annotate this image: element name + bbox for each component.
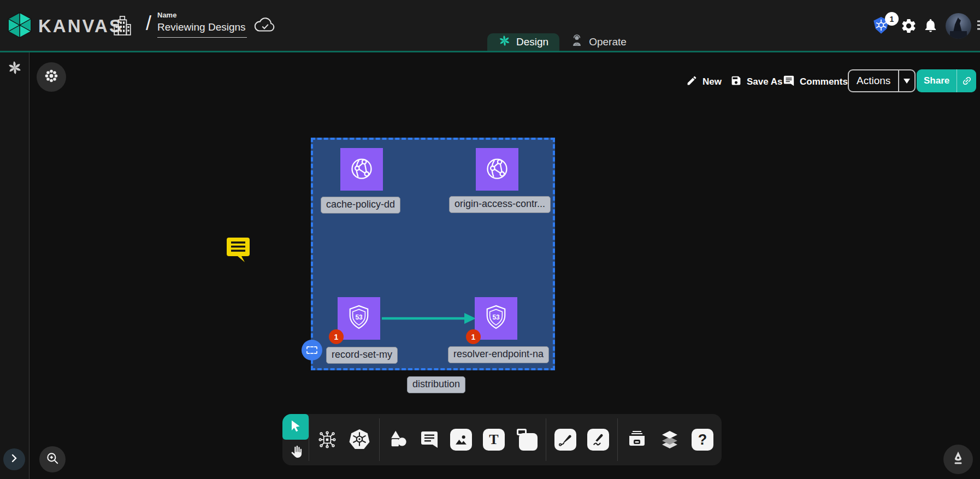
node-label-chip[interactable]: resolver-endpoint-na (448, 346, 549, 363)
route53-number: 53 (355, 314, 363, 321)
route53-number: 53 (492, 314, 500, 321)
shapes-tool[interactable] (388, 429, 409, 450)
globe-network-icon (346, 153, 377, 186)
route53-shield-icon: 53 (345, 303, 373, 334)
chevron-right-icon (10, 454, 19, 465)
user-avatar[interactable] (946, 13, 971, 39)
comments-button[interactable]: Comments (783, 72, 848, 92)
route53-shield-icon: 53 (482, 303, 510, 334)
canvas-comment-marker[interactable] (226, 236, 251, 265)
text-tool[interactable]: T (483, 429, 505, 451)
operator-person-icon (570, 34, 583, 50)
tab-operate-label: Operate (589, 36, 627, 48)
breadcrumb-separator: / (146, 12, 151, 35)
node-label-chip[interactable]: record-set-my (326, 347, 398, 364)
save-as-button-label: Save As (747, 76, 783, 87)
design-name-field: Name (157, 11, 247, 38)
share-split-button[interactable]: Share (917, 69, 976, 92)
group-label-chip[interactable]: distribution (407, 376, 465, 393)
node-label-chip[interactable]: cache-policy-dd (321, 197, 400, 214)
select-tool-active[interactable] (282, 414, 309, 440)
pencil-sketch-tool[interactable] (587, 429, 609, 451)
connection-arrow[interactable] (381, 311, 477, 328)
name-field-label: Name (157, 11, 247, 19)
tab-design-label: Design (516, 36, 548, 48)
node-record-set[interactable]: 53 (338, 297, 380, 340)
flower-gear-icon (43, 68, 60, 86)
magnifier-plus-icon (45, 451, 60, 468)
overflow-menu-icon[interactable] (976, 19, 980, 33)
comments-button-label: Comments (800, 76, 848, 87)
card-body-shape (519, 433, 538, 451)
marquee-icon (306, 346, 317, 354)
group-select-handle[interactable] (302, 340, 322, 360)
annotation-tools-group: T (380, 414, 546, 465)
zoom-in-button[interactable] (39, 446, 66, 472)
notification-count-badge[interactable]: 1 (329, 329, 344, 344)
app-header: KANVAS / Name (0, 0, 980, 52)
brand-logo[interactable]: KANVAS (8, 12, 123, 40)
sidebar-expand-button[interactable] (3, 448, 25, 470)
card-tool[interactable] (516, 429, 538, 451)
cursor-arrow-icon (288, 419, 303, 435)
speech-bubble-icon (783, 75, 795, 90)
floppy-disk-icon (730, 75, 742, 89)
pen-vector-tool[interactable] (554, 429, 576, 451)
settings-gear-icon[interactable] (900, 17, 917, 37)
drawing-tools-group (546, 414, 617, 465)
brand-wordmark: KANVAS (38, 16, 123, 37)
kanvas-app: KANVAS / Name (0, 0, 980, 479)
image-tool[interactable] (450, 429, 472, 451)
tab-design[interactable]: Design (487, 33, 559, 51)
circuit-chip-tool[interactable] (317, 430, 337, 450)
pen-nib-icon (951, 451, 966, 468)
copy-link-icon[interactable] (957, 69, 976, 92)
left-sidebar (0, 52, 29, 479)
save-as-button[interactable]: Save As (730, 72, 783, 92)
pointer-tools-column (282, 414, 309, 465)
library-tools-group: ? (618, 414, 722, 465)
globe-network-icon (482, 153, 512, 186)
archive-drawer-tool[interactable] (626, 429, 648, 451)
bottom-toolbar: T (282, 414, 722, 465)
sidebar-pinwheel-icon[interactable] (7, 60, 22, 78)
pencil-icon (686, 75, 698, 89)
notifications-bell-icon[interactable] (923, 17, 938, 36)
infra-tools-group (309, 414, 379, 465)
kubernetes-wheel-tool[interactable] (348, 428, 371, 451)
design-name-input[interactable] (157, 20, 247, 38)
canvas-settings-button[interactable] (37, 62, 66, 92)
node-origin-access-control[interactable] (476, 148, 518, 191)
pen-nib-button[interactable] (943, 445, 973, 474)
new-button-label: New (702, 76, 722, 87)
share-button-label[interactable]: Share (917, 69, 957, 92)
layers-tool[interactable] (659, 429, 681, 451)
notification-count-badge[interactable]: 1 (466, 329, 481, 344)
node-resolver-endpoint[interactable]: 53 (475, 297, 517, 340)
actions-dropdown-arrow[interactable] (898, 70, 914, 91)
mode-tabs: Design Operate (487, 32, 637, 51)
hexagon-logo-icon (8, 12, 32, 40)
node-label-chip[interactable]: origin-access-contr... (449, 196, 551, 213)
help-tool[interactable]: ? (692, 429, 713, 451)
hand-icon (288, 444, 303, 462)
new-button[interactable]: New (686, 72, 722, 92)
node-cache-policy[interactable] (340, 148, 383, 191)
actions-split-button[interactable]: Actions (848, 69, 916, 92)
pan-hand-tool[interactable] (288, 440, 303, 465)
tab-operate[interactable]: Operate (559, 33, 637, 51)
design-pinwheel-icon (498, 34, 511, 50)
actions-button-label[interactable]: Actions (849, 70, 898, 91)
context-count-badge: 1 (885, 12, 899, 26)
cloud-sync-icon (253, 17, 276, 37)
comment-tool[interactable] (420, 430, 439, 450)
organization-icon[interactable] (113, 15, 132, 40)
